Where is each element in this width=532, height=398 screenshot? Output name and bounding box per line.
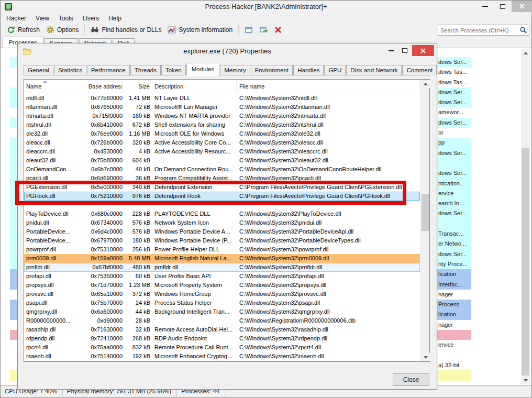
module-row[interactable]: prm0009.dll0x159a00005.48 MBMicrosoft En… <box>24 254 420 263</box>
minimize-icon <box>389 50 394 51</box>
menu-item-help[interactable]: Help <box>104 13 126 24</box>
module-row[interactable]: OnDemandCon...0x6b7c000040 kBOn Demand C… <box>24 165 420 174</box>
module-row[interactable]: propsys.dll0x71d700001.23 MBMicrosoft Pr… <box>24 281 420 290</box>
scrollbar-thumb[interactable] <box>522 148 529 375</box>
cell-base: 0x4530000 <box>88 147 123 156</box>
module-row[interactable]: PlayToDevice.dll0x680c0000228 kBPLAYTODE… <box>24 209 420 218</box>
column-header-size[interactable]: Size <box>123 80 150 93</box>
maximize-button[interactable] <box>494 1 512 12</box>
scroll-up-icon[interactable] <box>421 80 430 88</box>
module-row[interactable]: profapi.dll0x7535000060 kBUser Profile B… <box>24 272 420 281</box>
dialog-tab-gpu[interactable]: GPU <box>324 65 346 75</box>
scrollbar-thumb[interactable] <box>422 194 429 231</box>
scroll-down-icon[interactable] <box>521 376 530 384</box>
terminate-button[interactable] <box>271 25 285 35</box>
process-row-text: dows Tas... <box>438 78 471 87</box>
process-row-text: Interfac... <box>438 280 471 290</box>
dialog-maximize-button[interactable] <box>398 45 412 56</box>
module-row[interactable]: oleaccrc.dll0x45300004 kBActive Accessib… <box>24 147 420 156</box>
open-window-button[interactable] <box>256 25 271 35</box>
search-icon[interactable] <box>519 26 527 34</box>
dialog-tab-general[interactable]: General <box>24 65 53 75</box>
scroll-down-icon[interactable] <box>421 353 430 361</box>
menu-item-tools[interactable]: Tools <box>54 13 78 24</box>
module-row[interactable]: rsaenh.dll0x75140000192 kBMicrosoft Enha… <box>24 352 420 361</box>
dialog-minimize-button[interactable] <box>384 45 398 56</box>
module-row[interactable]: powrprof.dll0x75310000256 kBPower Profil… <box>24 245 420 254</box>
module-row[interactable]: ntdll.dll0x77b600001.41 MBNT Layer DLLC:… <box>24 94 420 103</box>
menu-item-view[interactable]: View <box>31 13 54 24</box>
cell-desc <box>150 156 237 165</box>
module-row[interactable]: rasadhlp.dll0x7163000032 kBRemote Access… <box>24 325 420 334</box>
dialog-tab-disk-and-network[interactable]: Disk and Network <box>346 65 402 75</box>
cell-desc: Windows Portable Device A... <box>150 227 237 236</box>
column-header-file[interactable]: File name <box>237 80 420 93</box>
column-header-base[interactable]: Base address <box>88 80 123 93</box>
process-list-scrollbar[interactable] <box>521 49 530 384</box>
module-row[interactable]: pnidui.dll0x67340000576 kBNetwork System… <box>24 218 420 227</box>
cell-name: ntshrui.dll <box>24 120 88 129</box>
dialog-tab-memory[interactable]: Memory <box>220 65 250 75</box>
dialog-tab-handles[interactable]: Handles <box>293 65 324 75</box>
module-row[interactable]: ntshrui.dll0x6b410000672 kBShell extensi… <box>24 120 420 129</box>
modules-header[interactable]: NameBase addressSizeDescriptionFile name <box>24 80 420 93</box>
module-row[interactable]: rdpendp.dll0x72410000268 kBRDP Audio End… <box>24 334 420 343</box>
module-row[interactable]: PortableDevice...0x6d4c0000576 kBWindows… <box>24 227 420 236</box>
module-row[interactable]: provsvc.dll0x65a10000372 kBWindows HomeG… <box>24 290 420 298</box>
cell-size: 576 kB <box>123 218 150 227</box>
module-row[interactable]: prnfldr.dll0x67bf0000480 kBprnfldr dllC:… <box>24 263 420 272</box>
dialog-close-button[interactable] <box>412 45 434 56</box>
cell-file: C:\Windows\System32\prm0009.dll <box>237 254 420 263</box>
dialog-tab-threads[interactable]: Threads <box>130 65 161 75</box>
dialog-tab-modules[interactable]: Modules <box>186 63 219 75</box>
cell-file: C:\Windows\System32\propsys.dll <box>237 281 420 290</box>
system-information-button[interactable]: System information <box>164 25 236 35</box>
process-row-text: dows Ser... <box>438 97 471 107</box>
dialog-tab-performance[interactable]: Performance <box>87 65 130 75</box>
close-button[interactable] <box>512 1 532 12</box>
cell-desc: Shell extensions for sharing <box>150 120 237 129</box>
module-row[interactable]: R00000000000...0xd9000028 kBC:\Windows\R… <box>24 316 420 325</box>
dialog-tab-token[interactable]: Token <box>161 65 186 75</box>
cell-desc: Windows HomeGroup <box>150 290 237 298</box>
process-row-text: nager <box>438 290 471 300</box>
cell-name: PortableDevice... <box>24 227 88 236</box>
find-handles-button[interactable]: Find handles or DLLs <box>87 25 164 35</box>
module-row[interactable]: psapi.dll0x75b7000024 kBProcess Status H… <box>24 298 420 307</box>
module-row[interactable]: oleaut32.dll0x75b80000604 kBC:\Windows\S… <box>24 156 420 165</box>
menu-item-users[interactable]: Users <box>78 13 104 24</box>
module-row[interactable]: oleacc.dll0x726b0000320 kBActive Accessi… <box>24 138 420 147</box>
dialog-tab-statistics[interactable]: Statistics <box>54 65 86 75</box>
cell-name: psapi.dll <box>24 298 88 307</box>
scroll-up-icon[interactable] <box>521 49 530 57</box>
cell-file: C:\Windows\System32\oleaccrc.dll <box>237 147 420 156</box>
menu-item-hacker[interactable]: Hacker <box>2 13 31 24</box>
minimize-button[interactable] <box>476 1 494 12</box>
process-row-text: pp <box>438 138 471 148</box>
module-row[interactable]: qmgrprxy.dll0x6a60000044 kBBackground In… <box>24 307 420 316</box>
options-button[interactable]: Options <box>43 25 82 35</box>
module-row[interactable]: ntlanman.dll0x6765000072 kBMicrosoft® La… <box>24 103 420 112</box>
module-row[interactable]: PortableDevice...0x67970000180 kBWindows… <box>24 236 420 245</box>
process-row-text: dows Ser... <box>438 249 471 259</box>
cell-desc: On Demand Connection Rou... <box>150 165 237 174</box>
module-row[interactable]: ole32.dll0x76ee00001.16 MBMicrosoft OLE … <box>24 129 420 138</box>
cell-file: C:\Windows\System32\ntshrui.dll <box>237 120 420 129</box>
cell-name: rdpendp.dll <box>24 334 88 343</box>
module-row[interactable]: rpcrt4.dll0x75aa0000832 kBRemote Procedu… <box>24 343 420 352</box>
modules-scrollbar[interactable] <box>420 80 429 361</box>
cell-file: C:\Windows\System32\ntmarta.dll <box>237 112 420 120</box>
system-information-icon <box>168 26 176 34</box>
window-pane-icon <box>245 26 253 34</box>
refresh-button[interactable]: Refresh <box>4 25 43 35</box>
search-input[interactable] <box>440 26 518 35</box>
dialog-tab-environment[interactable]: Environment <box>251 65 293 75</box>
cell-size: 4 kB <box>123 147 150 156</box>
column-header-name[interactable]: Name <box>24 80 88 93</box>
window-pane-button[interactable] <box>241 25 256 35</box>
dialog-tab-comment[interactable]: Comment <box>402 65 437 75</box>
close-button[interactable]: Close <box>393 373 429 386</box>
module-row[interactable]: ntmarta.dll0x715f0000160 kBWindows NT MA… <box>24 112 420 120</box>
column-header-desc[interactable]: Description <box>150 80 237 93</box>
search-box[interactable] <box>438 25 529 36</box>
